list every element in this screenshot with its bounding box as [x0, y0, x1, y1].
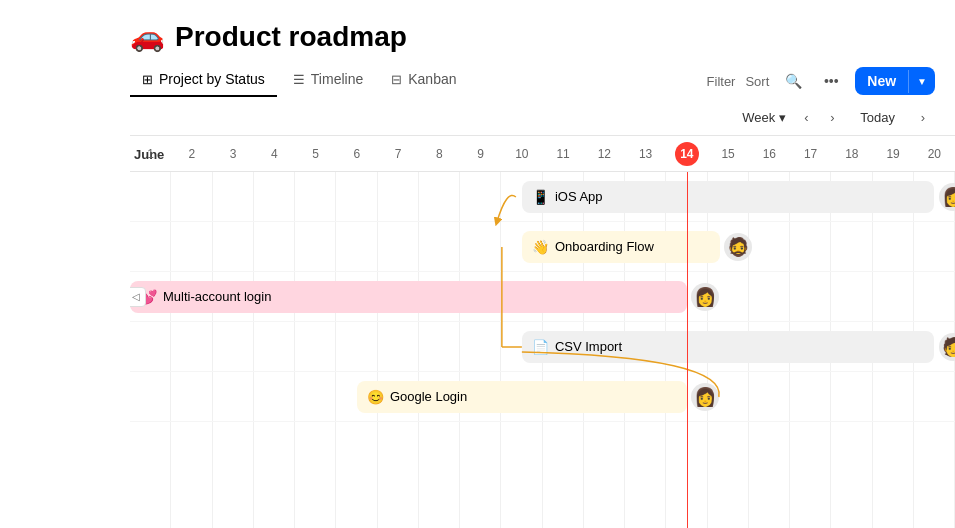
date-num-1: 1	[139, 142, 163, 166]
more-button[interactable]: •••	[817, 67, 845, 95]
new-button[interactable]: New ▼	[855, 67, 935, 95]
date-num-12: 12	[592, 142, 616, 166]
date-num-17: 17	[799, 142, 823, 166]
new-button-chevron: ▼	[908, 70, 935, 93]
timeline-body: 📱iOS App👩👋Onboarding Flow🧔💕Multi-account…	[130, 172, 955, 528]
tab-timeline-label: Timeline	[311, 71, 363, 87]
task-label-google-login: Google Login	[390, 389, 467, 404]
task-label-ios-app: iOS App	[555, 189, 603, 204]
tab-kanban-label: Kanban	[408, 71, 456, 87]
more-icon: •••	[824, 73, 839, 89]
task-bar-onboarding[interactable]: 👋Onboarding Flow	[522, 231, 720, 263]
kanban-icon: ⊟	[391, 72, 402, 87]
date-num-6: 6	[345, 142, 369, 166]
calendar-nav: Week ▾ ‹ › Today ›	[130, 99, 955, 136]
date-cell-7: 7	[378, 142, 419, 166]
task-emoji-onboarding: 👋	[532, 239, 549, 255]
date-cell-8: 8	[419, 142, 460, 166]
date-num-19: 19	[881, 142, 905, 166]
task-row-multi-account: 💕Multi-account login👩◁	[130, 272, 955, 322]
date-cell-14: 14	[666, 142, 707, 166]
date-cell-16: 16	[749, 142, 790, 166]
date-cell-17: 17	[790, 142, 831, 166]
page-title: Product roadmap	[175, 21, 407, 53]
tab-project-by-status[interactable]: ⊞ Project by Status	[130, 65, 277, 97]
task-emoji-ios-app: 📱	[532, 189, 549, 205]
date-num-8: 8	[427, 142, 451, 166]
task-emoji-csv-import: 📄	[532, 339, 549, 355]
sort-label: Sort	[745, 74, 769, 89]
tab-kanban[interactable]: ⊟ Kanban	[379, 65, 468, 97]
toolbar-tabs: ⊞ Project by Status ☰ Timeline ⊟ Kanban	[130, 65, 469, 97]
search-button[interactable]: 🔍	[779, 67, 807, 95]
date-cell-13: 13	[625, 142, 666, 166]
task-label-csv-import: CSV Import	[555, 339, 622, 354]
dates-container: 1234567891011121314151617181920	[130, 142, 955, 166]
next-arrow[interactable]: ›	[820, 105, 844, 129]
date-num-7: 7	[386, 142, 410, 166]
task-bar-google-login[interactable]: 😊Google Login	[357, 381, 687, 413]
new-button-label: New	[855, 67, 908, 95]
week-label: Week	[742, 110, 775, 125]
date-num-20: 20	[922, 142, 946, 166]
task-emoji-google-login: 😊	[367, 389, 384, 405]
date-num-2: 2	[180, 142, 204, 166]
page-header: 🚗 Product roadmap	[130, 0, 955, 53]
toolbar: ⊞ Project by Status ☰ Timeline ⊟ Kanban …	[130, 57, 955, 97]
date-cell-18: 18	[831, 142, 872, 166]
avatar-ios-app: 👩	[939, 183, 956, 211]
date-num-3: 3	[221, 142, 245, 166]
date-num-16: 16	[757, 142, 781, 166]
task-row-ios-app: 📱iOS App👩	[130, 172, 955, 222]
prev-arrow[interactable]: ‹	[794, 105, 818, 129]
date-num-10: 10	[510, 142, 534, 166]
week-chevron-icon: ▾	[779, 110, 786, 125]
date-cell-10: 10	[501, 142, 542, 166]
tab-project-label: Project by Status	[159, 71, 265, 87]
forward-icon[interactable]: ›	[911, 105, 935, 129]
filter-label: Filter	[707, 74, 736, 89]
date-num-15: 15	[716, 142, 740, 166]
date-num-13: 13	[634, 142, 658, 166]
date-cell-3: 3	[213, 142, 254, 166]
avatar-google-login: 👩	[691, 383, 719, 411]
task-bar-ios-app[interactable]: 📱iOS App	[522, 181, 935, 213]
task-row-google-login: 😊Google Login👩	[130, 372, 955, 422]
filter-button[interactable]: Filter	[707, 74, 736, 89]
toolbar-actions: Filter Sort 🔍 ••• New ▼	[707, 67, 935, 95]
scroll-left-indicator[interactable]: ◁	[130, 287, 146, 307]
task-label-onboarding: Onboarding Flow	[555, 239, 654, 254]
date-num-9: 9	[469, 142, 493, 166]
search-icon: 🔍	[785, 73, 802, 89]
sort-button[interactable]: Sort	[745, 74, 769, 89]
date-num-5: 5	[304, 142, 328, 166]
task-bar-csv-import[interactable]: 📄CSV Import	[522, 331, 935, 363]
tab-timeline[interactable]: ☰ Timeline	[281, 65, 375, 97]
task-bar-multi-account[interactable]: 💕Multi-account login	[130, 281, 687, 313]
date-row: June 1234567891011121314151617181920	[130, 136, 955, 172]
calendar-wrapper: Week ▾ ‹ › Today › June 1234567891011121…	[130, 99, 955, 528]
date-cell-9: 9	[460, 142, 501, 166]
avatar-csv-import: 🧑	[939, 333, 956, 361]
date-cell-15: 15	[708, 142, 749, 166]
date-cell-6: 6	[336, 142, 377, 166]
calendar-grid: June 1234567891011121314151617181920 📱iO…	[130, 136, 955, 528]
date-cell-19: 19	[873, 142, 914, 166]
date-cell-20: 20	[914, 142, 955, 166]
date-cell-4: 4	[254, 142, 295, 166]
date-cell-5: 5	[295, 142, 336, 166]
project-icon: ⊞	[142, 72, 153, 87]
avatar-multi-account: 👩	[691, 283, 719, 311]
date-cell-2: 2	[171, 142, 212, 166]
today-button[interactable]: Today	[852, 107, 903, 128]
avatar-onboarding: 🧔	[724, 233, 752, 261]
app-container: 🚗 Product roadmap ⊞ Project by Status ☰ …	[0, 0, 955, 528]
week-selector[interactable]: Week ▾	[742, 110, 786, 125]
date-num-14[interactable]: 14	[675, 142, 699, 166]
date-num-11: 11	[551, 142, 575, 166]
date-num-18: 18	[840, 142, 864, 166]
timeline-icon: ☰	[293, 72, 305, 87]
task-label-multi-account: Multi-account login	[163, 289, 271, 304]
page-emoji: 🚗	[130, 20, 165, 53]
date-cell-1: 1	[130, 142, 171, 166]
